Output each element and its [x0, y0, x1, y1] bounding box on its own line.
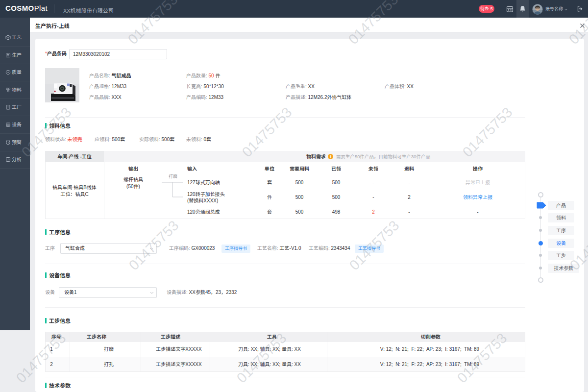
svg-text:打磨: 打磨 — [169, 174, 177, 179]
